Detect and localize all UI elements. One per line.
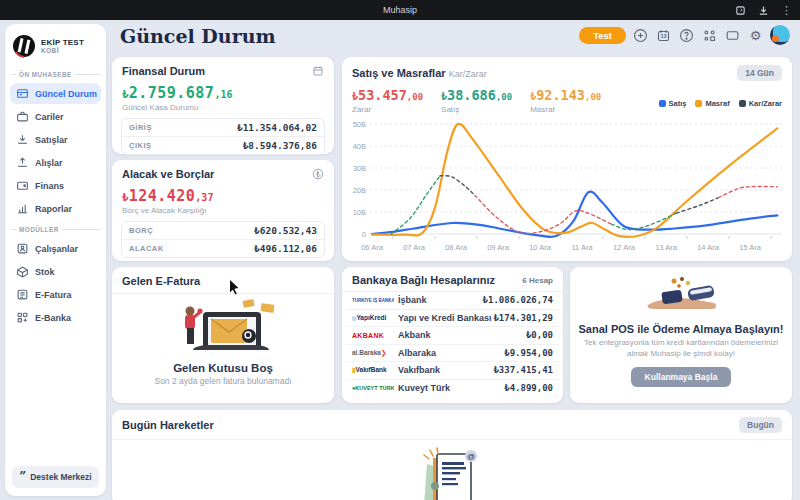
- card-gelen-efatura: Gelen E-Fatura: [112, 267, 334, 403]
- legend-masraf: Masraf: [695, 99, 729, 108]
- bank-row-albaraka[interactable]: al.Baraka❯ Albaraka ₺9.954,00: [346, 345, 559, 363]
- empty-inbox-subtitle: Son 2 ayda gelen fatura bulunamadı: [154, 376, 291, 386]
- table-row-cikis: ÇIKIŞ ₺8.594.376,86: [122, 136, 324, 154]
- bugun-badge[interactable]: Bugün: [739, 417, 782, 433]
- stat-masraf: ₺92.143,00 Masraf: [530, 85, 601, 114]
- stat-satis: ₺38.686,00 Satış: [441, 85, 512, 114]
- sidebar-item-satislar[interactable]: Satışlar: [10, 129, 101, 150]
- sidebar-section-moduller: MODÜLLER: [5, 221, 106, 236]
- borc-alacak-table: BORÇ ₺620.532,43 ALACAK ₺496.112,06: [121, 221, 325, 258]
- bank-row-vakifbank[interactable]: ▮VakıfBank Vakıfbank ₺337.415,41: [346, 362, 559, 380]
- sidebar-section-on-muhasebe: ÖN MUHASEBE: [5, 66, 106, 81]
- svg-text:14 Ara: 14 Ara: [697, 243, 720, 252]
- user-avatar[interactable]: [770, 25, 790, 45]
- bank-row-yapikredi[interactable]: ◎YapıKredi Yapı ve Kredi Bankası ₺174.30…: [346, 310, 559, 328]
- sidebar-item-e-banka[interactable]: E-Banka: [10, 307, 101, 328]
- download-icon[interactable]: [758, 5, 769, 16]
- grid-icon: [16, 311, 29, 324]
- arrow-down-tray-icon: [16, 133, 29, 146]
- svg-text:40B: 40B: [353, 142, 366, 151]
- pos-title: Sanal POS ile Ödeme Almaya Başlayın!: [578, 323, 783, 335]
- stat-zarar: ₺53.457,00 Zarar: [352, 85, 423, 114]
- isbank-logo: TÜRKİYE İŞ BANKASI: [352, 298, 394, 303]
- svg-text:09 Ara: 09 Ara: [487, 243, 510, 252]
- bank-row-isbank[interactable]: TÜRKİYE İŞ BANKASI İşbank ₺1.086.026,74: [346, 292, 559, 310]
- borc-alacak-amount: ₺124.420,37: [112, 186, 334, 205]
- window-frame-icon[interactable]: [724, 27, 741, 44]
- svg-text:06 Ara: 06 Ara: [361, 243, 384, 252]
- quote-icon: ”: [19, 473, 26, 481]
- bank-row-kuveytturk[interactable]: ●KUVEYT TÜRK Kuveyt Türk ₺4.899,00: [346, 380, 559, 398]
- bugun-title: Bugün Hareketler: [122, 419, 214, 431]
- company-logo-icon: [12, 34, 36, 58]
- company-badge[interactable]: EKİP TEST KOBİ: [5, 30, 106, 66]
- range-badge[interactable]: 14 Gün: [737, 65, 782, 81]
- app-mode-icon[interactable]: [735, 5, 746, 16]
- table-row-borc: BORÇ ₺620.532,43: [122, 222, 324, 239]
- svg-text:12 Ara: 12 Ara: [613, 243, 636, 252]
- app-screen: Muhasip ⋮ EKİP TEST KOBİ: [0, 0, 800, 500]
- calendar-day-number: 13: [655, 33, 672, 39]
- svg-text:30B: 30B: [353, 164, 366, 173]
- dashboard-icon: [16, 87, 29, 100]
- svg-text:08 Ara: 08 Ara: [445, 243, 468, 252]
- borc-alacak-subtitle: Borç ve Alacak Karşılığı: [112, 205, 334, 219]
- kasa-subtitle: Güncel Kasa Durumu: [112, 102, 334, 116]
- header-toolbar: Test 13 ⚙: [579, 25, 790, 45]
- card-bank-accounts: Bankaya Bağlı Hesaplarınız 6 Hesap TÜRKİ…: [342, 267, 563, 403]
- menu-dots-icon[interactable]: ⋮: [781, 0, 792, 20]
- app-body: EKİP TEST KOBİ ÖN MUHASEBE Güncel Durum …: [0, 20, 800, 500]
- chart-stats: ₺53.457,00 Zarar ₺38.686,00 Satış ₺92.14…: [342, 83, 792, 114]
- start-using-button[interactable]: Kullanmaya Başla: [631, 367, 732, 387]
- lira-circle-icon[interactable]: [312, 168, 324, 180]
- arrow-up-tray-icon: [16, 156, 29, 169]
- sidebar-item-alislar[interactable]: Alışlar: [10, 152, 101, 173]
- legend-karzarar: Kar/Zarar: [739, 99, 782, 108]
- settings-gear-icon[interactable]: ⚙: [747, 27, 764, 44]
- window-title: Muhasip: [383, 5, 417, 15]
- empty-inbox-title: Gelen Kutusu Boş: [173, 362, 273, 374]
- page-title: Güncel Durum: [120, 25, 276, 47]
- svg-text:07 Ara: 07 Ara: [403, 243, 426, 252]
- sidebar-item-stok[interactable]: Stok: [10, 261, 101, 282]
- empty-inbox-illustration: [163, 298, 283, 360]
- calendar-icon[interactable]: 13: [655, 27, 672, 44]
- svg-text:10 Ara: 10 Ara: [529, 243, 552, 252]
- pos-illustration: [636, 275, 726, 319]
- card-alacak-borclar: Alacak ve Borçlar ₺124.420,37 Borç ve Al…: [112, 160, 334, 261]
- finansal-title: Finansal Durum: [122, 65, 205, 77]
- svg-text:0: 0: [362, 230, 366, 239]
- test-mode-pill[interactable]: Test: [579, 27, 626, 44]
- chart-title: Satış ve Masraflar Kar/Zarar: [352, 67, 487, 79]
- svg-text:15 Ara: 15 Ara: [739, 243, 762, 252]
- table-row-alacak: ALACAK ₺496.112,06: [122, 239, 324, 257]
- legend-satis: Satış: [659, 99, 687, 108]
- support-center-button[interactable]: ” Destek Merkezi: [12, 466, 99, 488]
- company-name: EKİP TEST: [41, 38, 84, 47]
- sidebar-item-calisanlar[interactable]: Çalışanlar: [10, 238, 101, 259]
- company-type: KOBİ: [41, 47, 84, 54]
- svg-text:20B: 20B: [353, 186, 366, 195]
- person-badge-icon: [16, 242, 29, 255]
- sidebar-item-raporlar[interactable]: Raporlar: [10, 198, 101, 219]
- kuveytturk-logo: ●KUVEYT TÜRK: [352, 385, 394, 391]
- svg-text:13 Ara: 13 Ara: [655, 243, 678, 252]
- sidebar-item-e-fatura[interactable]: E-Fatura: [10, 284, 101, 305]
- card-satis-masraflar: Satış ve Masraflar Kar/Zarar 14 Gün ₺53.…: [342, 57, 792, 261]
- sidebar-item-finans[interactable]: Finans: [10, 175, 101, 196]
- apps-grid-icon[interactable]: [701, 27, 718, 44]
- sidebar-item-cariler[interactable]: Cariler: [10, 106, 101, 127]
- bank-row-akbank[interactable]: AKBANK Akbank ₺0,00: [346, 327, 559, 345]
- add-circle-icon[interactable]: [632, 27, 649, 44]
- box-icon: [16, 265, 29, 278]
- bar-chart-icon: [16, 202, 29, 215]
- sidebar-item-guncel-durum[interactable]: Güncel Durum: [10, 83, 101, 104]
- help-circle-icon[interactable]: [678, 27, 695, 44]
- svg-text:50B: 50B: [353, 120, 366, 129]
- bank-accounts-count: 6 Hesap: [522, 276, 553, 285]
- card-bugun-hareketler: Bugün Hareketler Bugün @: [112, 410, 792, 500]
- albaraka-logo: al.Baraka❯: [352, 349, 394, 357]
- document-illustration: @: [397, 446, 507, 500]
- wallet-icon: [16, 179, 29, 192]
- report-calendar-icon[interactable]: [312, 65, 324, 77]
